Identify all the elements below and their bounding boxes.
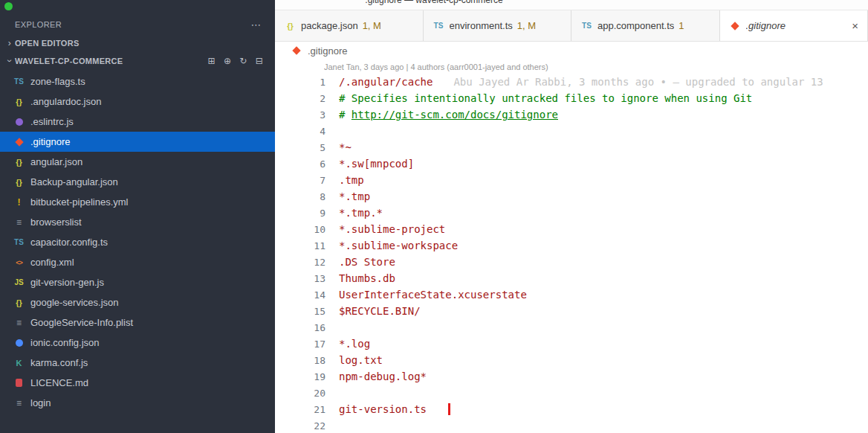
line-text: *.tmp — [339, 190, 370, 202]
more-actions-icon[interactable]: ⋯ — [251, 19, 262, 31]
line-number[interactable]: 15 — [275, 306, 326, 317]
tree-item-config.xml[interactable]: <>config.xml — [0, 252, 275, 272]
line-content: .DS_Store — [339, 256, 868, 268]
tab-app.component.ts[interactable]: TSapp.component.ts1 — [571, 10, 720, 41]
line-text: *.sublime-project — [339, 223, 445, 235]
line-text: *.sw[mnpcod] — [339, 158, 414, 170]
tab-status-badge: 1 — [678, 20, 684, 31]
file-name: google-services.json — [30, 297, 119, 308]
code-line-5[interactable]: 5*~ — [275, 139, 868, 155]
code-line-15[interactable]: 15$RECYCLE.BIN/ — [275, 303, 868, 319]
code-line-22[interactable]: 22 — [275, 417, 868, 433]
line-number[interactable]: 20 — [275, 388, 326, 399]
line-text: *.tmp.* — [339, 207, 383, 219]
code-line-6[interactable]: 6*.sw[mnpcod] — [275, 155, 868, 172]
code-line-8[interactable]: 8*.tmp — [275, 188, 868, 205]
code-line-12[interactable]: 12.DS_Store — [275, 254, 868, 270]
tree-item-.eslintrc.js[interactable]: .eslintrc.js — [0, 112, 275, 132]
tree-item-zone-flags.ts[interactable]: TSzone-flags.ts — [0, 71, 275, 92]
line-text: $RECYCLE.BIN/ — [339, 305, 421, 317]
line-number[interactable]: 13 — [275, 273, 326, 284]
tree-item-git-version-gen.js[interactable]: JSgit-version-gen.js — [0, 272, 275, 292]
tree-item-bitbucket-pipelines.yml[interactable]: !bitbucket-pipelines.yml — [0, 192, 275, 212]
tree-item-login[interactable]: ≡login — [0, 393, 275, 413]
line-number[interactable]: 7 — [275, 175, 326, 186]
code-line-16[interactable]: 16 — [275, 319, 868, 336]
line-number[interactable]: 14 — [275, 289, 326, 301]
vscode-window: .gitignore — wavelet-cp-commerce EXPLORE… — [0, 0, 868, 433]
section-open-editors[interactable]: › OPEN EDITORS — [0, 34, 275, 52]
tab-.gitignore[interactable]: .gitignore× — [720, 10, 868, 41]
line-number[interactable]: 16 — [275, 322, 326, 333]
tree-item-.angulardoc.json[interactable]: {}.angulardoc.json — [0, 92, 275, 112]
close-tab-icon[interactable]: × — [852, 19, 858, 32]
code-line-7[interactable]: 7.tmp — [275, 172, 868, 188]
tree-item-LICENCE.md[interactable]: LICENCE.md — [0, 373, 275, 393]
line-number[interactable]: 18 — [275, 355, 326, 366]
code-line-20[interactable]: 20 — [275, 385, 868, 401]
line-text: *.log — [339, 338, 370, 350]
line-number[interactable]: 2 — [275, 93, 326, 104]
line-number[interactable]: 1 — [275, 77, 326, 88]
json-file-icon: {} — [13, 176, 25, 188]
eslint-file-icon — [13, 116, 25, 128]
line-number[interactable]: 22 — [275, 420, 326, 432]
tree-item-capacitor.config.ts[interactable]: TScapacitor.config.ts — [0, 232, 275, 252]
tree-item-.gitignore[interactable]: .gitignore — [0, 132, 275, 152]
line-number[interactable]: 11 — [275, 240, 326, 251]
gitignore-doc-link[interactable]: http://git-scm.com/docs/gitignore — [352, 109, 558, 121]
code-line-19[interactable]: 19npm-debug.log* — [275, 368, 868, 385]
code-lines: 1/.angular/cacheAbu Jayed Ar Rabbi, 3 mo… — [275, 74, 868, 433]
tab-label: environment.ts — [450, 20, 513, 31]
tree-item-google-services.json[interactable]: {}google-services.json — [0, 292, 275, 312]
line-number[interactable]: 3 — [275, 109, 326, 121]
tab-label: .gitignore — [746, 20, 786, 31]
code-line-18[interactable]: 18log.txt — [275, 352, 868, 368]
code-line-14[interactable]: 14UserInterfaceState.xcuserstate — [275, 286, 868, 303]
line-number[interactable]: 9 — [275, 208, 326, 219]
tab-status-badge: 1, M — [363, 20, 381, 31]
code-line-10[interactable]: 10*.sublime-project — [275, 221, 868, 237]
new-file-icon[interactable]: ⊞ — [208, 56, 216, 66]
section-workspace[interactable]: › WAVELET-CP-COMMERCE ⊞ ⊕ ↻ ⊟ — [0, 52, 275, 70]
line-number[interactable]: 4 — [275, 126, 326, 137]
list-file-icon: ≡ — [13, 317, 25, 329]
refresh-icon[interactable]: ↻ — [239, 56, 247, 66]
line-number[interactable]: 21 — [275, 404, 326, 415]
code-line-11[interactable]: 11*.sublime-workspace — [275, 237, 868, 254]
line-number[interactable]: 6 — [275, 158, 326, 170]
karma-file-icon: K — [13, 357, 25, 369]
line-number[interactable]: 5 — [275, 142, 326, 153]
code-line-3[interactable]: 3# http://git-scm.com/docs/gitignore — [275, 106, 868, 123]
tab-environment.ts[interactable]: TSenvironment.ts1, M — [424, 10, 572, 41]
codelens-authors[interactable]: Janet Tan, 3 days ago | 4 authors (aarr0… — [324, 60, 868, 74]
line-number[interactable]: 19 — [275, 371, 326, 382]
tree-item-ionic.config.json[interactable]: ionic.config.json — [0, 333, 275, 353]
tree-item-browserslist[interactable]: ≡browserslist — [0, 212, 275, 232]
breadcrumb-file: .gitignore — [308, 45, 347, 57]
editor-column: {}package.json1, MTSenvironment.ts1, MTS… — [275, 0, 868, 433]
new-folder-icon[interactable]: ⊕ — [224, 56, 231, 66]
code-line-1[interactable]: 1/.angular/cacheAbu Jayed Ar Rabbi, 3 mo… — [275, 74, 868, 90]
breadcrumb[interactable]: .gitignore — [275, 42, 868, 60]
code-line-9[interactable]: 9*.tmp.* — [275, 205, 868, 221]
traffic-light-green-icon[interactable] — [4, 2, 13, 10]
code-line-21[interactable]: 21git-version.ts — [275, 401, 868, 417]
editor[interactable]: Janet Tan, 3 days ago | 4 authors (aarr0… — [275, 60, 868, 433]
collapse-all-icon[interactable]: ⊟ — [256, 56, 263, 66]
code-line-13[interactable]: 13Thumbs.db — [275, 270, 868, 286]
tree-item-angular.json[interactable]: {}angular.json — [0, 152, 275, 172]
code-line-17[interactable]: 17*.log — [275, 336, 868, 352]
tree-item-karma.conf.js[interactable]: Kkarma.conf.js — [0, 353, 275, 373]
line-number[interactable]: 17 — [275, 339, 326, 350]
line-number[interactable]: 10 — [275, 224, 326, 235]
code-line-4[interactable]: 4 — [275, 123, 868, 139]
tree-item-GoogleService-Info.plist[interactable]: ≡GoogleService-Info.plist — [0, 312, 275, 333]
line-number[interactable]: 8 — [275, 191, 326, 202]
tab-package.json[interactable]: {}package.json1, M — [275, 10, 424, 41]
list-file-icon: ≡ — [13, 216, 25, 228]
comment-text: # — [339, 109, 352, 121]
tree-item-Backup-angular.json[interactable]: {}Backup-angular.json — [0, 172, 275, 192]
code-line-2[interactable]: 2# Specifies intentionally untracked fil… — [275, 90, 868, 106]
line-number[interactable]: 12 — [275, 257, 326, 268]
